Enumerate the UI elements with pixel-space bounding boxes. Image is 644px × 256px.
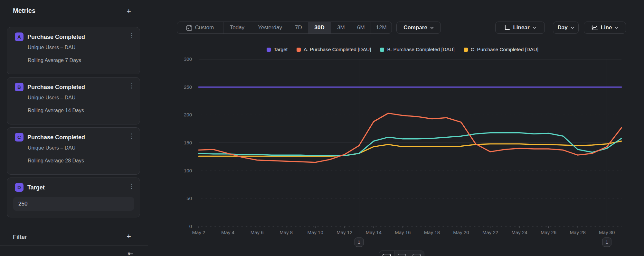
legend-swatch <box>267 48 271 52</box>
chart-legend: TargetA. Purchase Completed [DAU]B. Purc… <box>177 47 628 52</box>
date-range-selector: Custom Today Yesterday 7D 30D 3M 6M 12M <box>177 22 392 34</box>
range-label: Yesterday <box>258 24 282 31</box>
x-axis-tick-label: May 20 <box>453 230 469 235</box>
metric-title: Purchase Completed <box>27 84 85 91</box>
range-today[interactable]: Today <box>223 22 251 33</box>
chevron-down-icon <box>430 27 434 29</box>
sidebar-divider <box>0 245 148 246</box>
kebab-menu-icon[interactable]: ⋮ <box>128 182 135 190</box>
x-axis-tick-label: May 24 <box>511 230 527 235</box>
table-view-icon <box>398 254 406 256</box>
legend-item[interactable]: C. Purchase Completed [DAU] <box>464 47 538 52</box>
metric-title: Purchase Completed <box>27 134 85 141</box>
interval-label: Day <box>557 24 567 31</box>
x-axis-tick-label: May 18 <box>424 230 440 235</box>
annotation-badge-label: 1 <box>606 239 608 245</box>
x-axis-tick-label: May 14 <box>366 230 382 235</box>
compare-button[interactable]: Compare <box>396 22 441 34</box>
metric-measure: Unique Users – DAU <box>28 95 76 101</box>
target-card[interactable]: D Target ⋮ <box>7 178 140 217</box>
y-axis-tick-label: 150 <box>184 140 192 145</box>
metric-chip-a: A <box>15 32 24 41</box>
range-6m[interactable]: 6M <box>351 22 371 33</box>
annotation-badge-label: 1 <box>358 239 360 245</box>
chevron-down-icon <box>615 27 618 29</box>
range-30d[interactable]: 30D <box>308 22 331 33</box>
view-toggle-chart[interactable] <box>379 251 394 256</box>
add-metric-button[interactable]: + <box>124 7 133 16</box>
y-axis-tick-label: 250 <box>184 84 192 90</box>
target-value-input[interactable] <box>13 197 134 211</box>
legend-label: Target <box>274 47 288 52</box>
metric-rolling-average: Rolling Average 14 Days <box>28 108 84 114</box>
line-chart-icon <box>592 25 598 31</box>
x-axis-tick-label: May 10 <box>308 230 323 235</box>
scale-label: Linear <box>513 24 529 31</box>
legend-item[interactable]: Target <box>267 47 288 52</box>
metric-title: Purchase Completed <box>27 34 85 41</box>
add-filter-button[interactable]: + <box>124 232 133 241</box>
legend-swatch <box>297 48 301 52</box>
legend-label: B. Purchase Completed [DAU] <box>387 47 454 52</box>
metric-card-a[interactable]: A Purchase Completed ⋮ Unique Users – DA… <box>7 27 140 74</box>
y-axis-tick-label: 100 <box>184 168 192 173</box>
kebab-menu-icon[interactable]: ⋮ <box>128 132 135 140</box>
metric-card-c[interactable]: C Purchase Completed ⋮ Unique Users – DA… <box>7 127 140 175</box>
chart-view-toggle-group <box>379 251 424 256</box>
view-toggle-metric[interactable] <box>409 251 424 256</box>
y-axis-tick-label: 0 <box>189 224 192 229</box>
metrics-sidebar: Metrics + A Purchase Completed ⋮ Unique … <box>0 0 148 256</box>
range-label: Today <box>230 24 244 31</box>
chart-view-icon <box>383 254 391 256</box>
filter-section-title: Filter <box>13 234 27 241</box>
legend-label: C. Purchase Completed [DAU] <box>471 47 538 52</box>
x-axis-tick-label: May 26 <box>541 230 556 235</box>
legend-swatch <box>464 48 468 52</box>
x-axis-tick-label: May 8 <box>279 230 293 235</box>
scale-selector-button[interactable]: Linear <box>495 22 545 34</box>
range-3m[interactable]: 3M <box>331 22 351 33</box>
annotation-badge[interactable]: 1 <box>602 238 611 247</box>
metric-card-b[interactable]: B Purchase Completed ⋮ Unique Users – DA… <box>7 77 140 124</box>
range-label: 3M <box>337 24 345 31</box>
x-axis-tick-label: May 2 <box>192 230 205 235</box>
range-label: 6M <box>357 24 365 31</box>
kebab-menu-icon[interactable]: ⋮ <box>128 82 135 89</box>
range-yesterday[interactable]: Yesterday <box>251 22 289 33</box>
linear-axis-icon <box>504 25 510 31</box>
metric-chip-d: D <box>15 183 24 192</box>
legend-item[interactable]: A. Purchase Completed [DAU] <box>297 47 371 52</box>
calendar-icon <box>186 25 192 31</box>
legend-swatch <box>380 48 384 52</box>
metric-measure: Unique Users – DAU <box>28 45 76 50</box>
x-axis-tick-label: May 28 <box>570 230 586 235</box>
annotation-badge[interactable]: 1 <box>355 238 364 247</box>
chevron-down-icon <box>533 27 536 29</box>
metric-chip-c: C <box>15 133 24 142</box>
y-axis-tick-label: 50 <box>186 196 192 201</box>
series-line-c-purchase-completed-dau <box>199 141 621 156</box>
metric-chip-b: B <box>15 83 24 91</box>
chart-type-selector-button[interactable]: Line <box>584 22 626 34</box>
metric-rolling-average: Rolling Average 7 Days <box>28 58 81 63</box>
collapse-sidebar-icon[interactable]: ⇤ <box>128 250 133 256</box>
x-axis-tick-label: May 16 <box>395 230 411 235</box>
kebab-menu-icon[interactable]: ⋮ <box>128 32 135 39</box>
range-label: Custom <box>195 24 214 31</box>
metric-measure: Unique Users – DAU <box>28 145 76 151</box>
chart-type-label: Line <box>601 24 612 31</box>
chevron-down-icon <box>571 27 574 29</box>
range-7d[interactable]: 7D <box>289 22 308 33</box>
range-custom[interactable]: Custom <box>177 22 223 33</box>
x-axis-tick-label: May 6 <box>251 230 264 235</box>
series-line-b-purchase-completed-dau <box>199 133 621 156</box>
range-12m[interactable]: 12M <box>371 22 392 33</box>
legend-item[interactable]: B. Purchase Completed [DAU] <box>380 47 454 52</box>
y-axis-tick-label: 300 <box>184 57 192 62</box>
interval-selector-button[interactable]: Day <box>553 22 579 34</box>
metric-view-icon <box>412 254 421 256</box>
target-title: Target <box>27 184 45 191</box>
range-label: 30D <box>315 24 325 31</box>
view-toggle-table[interactable] <box>394 251 410 256</box>
range-label: 12M <box>376 24 387 31</box>
